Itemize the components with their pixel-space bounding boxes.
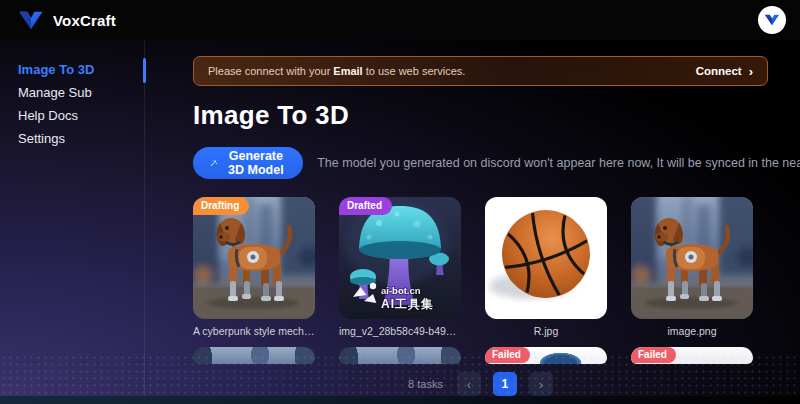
tasks-count: 8 tasks [408,378,443,390]
sidebar-item-label: Image To 3D [18,62,94,77]
card-caption: R.jpg [485,325,607,337]
sidebar-item-image-to-3d[interactable]: Image To 3D [0,62,144,78]
main-content: Please connect with your Email to use we… [145,40,800,396]
model-card: Drafted [339,197,461,337]
status-badge: Failed [485,347,530,363]
voxcraft-logo-icon [18,11,44,30]
brand[interactable]: VoxCraft [18,11,116,30]
connect-label: Connect [696,65,742,77]
page-title: Image To 3D [193,100,768,131]
status-badge: Drafting [193,197,249,215]
card-caption: A cyberpunk style mechanical... [193,325,315,337]
magic-wand-icon [210,156,218,170]
email-banner: Please connect with your Email to use we… [193,56,768,86]
next-page-button[interactable]: › [529,372,553,396]
sidebar-item-help-docs[interactable]: Help Docs [0,108,144,124]
card-thumbnail[interactable] [485,197,607,319]
status-badge: Drafted [339,197,392,215]
card-caption: img_v2_28b58c49-b49d-4e59... [339,325,461,337]
chevron-left-icon: ‹ [467,377,471,392]
watermark-line2: AI工具集 [381,297,434,311]
banner-email-word: Email [333,65,362,77]
bottom-strip [0,396,800,404]
sidebar-item-label: Manage Sub [18,85,92,100]
sidebar-item-settings[interactable]: Settings [0,131,144,147]
avatar-v-icon [764,14,780,26]
generate-3d-model-button[interactable]: Generate 3D Model [193,147,303,179]
sidebar-item-manage-sub[interactable]: Manage Sub [0,85,144,101]
brand-name: VoxCraft [53,12,116,29]
actions-row: Generate 3D Model The model you generate… [193,147,768,179]
model-card-partial[interactable]: Failed [631,347,753,364]
mechanical-dog-image [193,197,315,319]
connect-button[interactable]: Connect › [696,65,753,78]
watermark-line1: ai-bot.cn [381,285,421,296]
chevron-right-icon: › [539,377,543,392]
sidebar: Image To 3D Manage Sub Help Docs Setting… [0,40,145,396]
user-avatar[interactable] [758,6,786,34]
page-1-button[interactable]: 1 [493,372,517,396]
model-card-grid: Drafting A cyberpunk style mechanical...… [193,197,768,337]
topbar: VoxCraft [0,0,800,40]
model-card-partial[interactable]: Failed [485,347,607,364]
pagination: 8 tasks ‹ 1 › [193,372,768,396]
generate-button-label: Generate 3D Model [226,149,287,177]
card-caption: image.png [631,325,753,337]
mechanical-dog-image [631,197,753,319]
banner-text-suffix: to use web services. [366,65,466,77]
banner-text-prefix: Please connect with your [208,65,330,77]
app-window: VoxCraft Image To 3D Manage Sub Help Doc… [0,0,800,404]
basketball-image [485,197,607,319]
model-card-partial[interactable] [193,347,315,364]
mushroom-image: ai-bot.cn AI工具集 [339,197,461,319]
model-card: Drafting A cyberpunk style mechanical... [193,197,315,337]
sidebar-item-label: Settings [18,131,65,146]
model-card-partial[interactable] [339,347,461,364]
card-thumbnail[interactable]: Drafting [193,197,315,319]
sidebar-item-label: Help Docs [18,108,78,123]
chevron-right-icon: › [749,65,753,78]
model-card: image.png [631,197,753,337]
model-card: R.jpg [485,197,607,337]
status-badge: Failed [631,347,676,363]
page-body: Image To 3D Manage Sub Help Docs Setting… [0,40,800,396]
discord-note: The model you generated on discord won't… [317,156,800,170]
card-thumbnail[interactable] [631,197,753,319]
prev-page-button[interactable]: ‹ [457,372,481,396]
next-row-previews: Failed Failed [193,347,768,364]
card-thumbnail[interactable]: Drafted [339,197,461,319]
